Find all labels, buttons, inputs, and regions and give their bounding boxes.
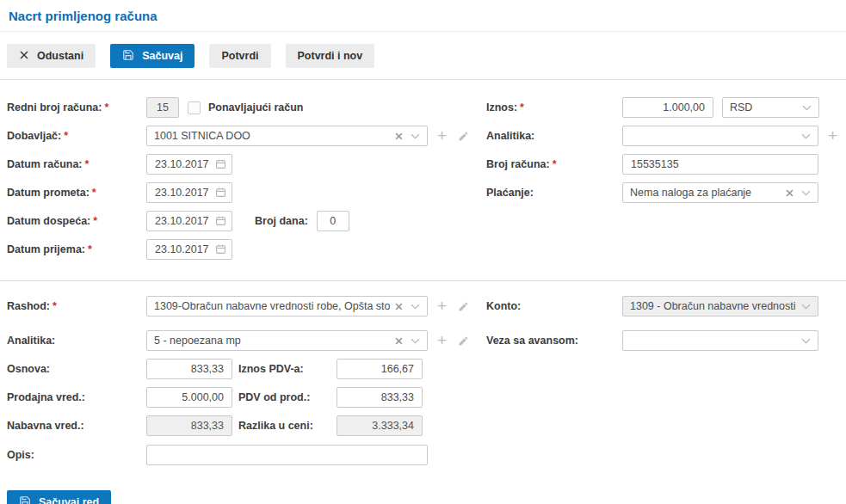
edit-dobavljac-icon[interactable]	[458, 131, 469, 142]
chevron-down-icon[interactable]	[801, 338, 811, 344]
required-mark: *	[92, 187, 96, 199]
toolbar: Odustani Sačuvaj Potvrdi Potvrdi i nov	[0, 32, 846, 80]
chevron-down-icon[interactable]	[802, 105, 812, 111]
calendar-icon[interactable]	[215, 187, 226, 198]
dobavljac-row: Dobavljač:* 1001 SITNICA DOO +	[7, 126, 486, 146]
dobavljac-label: Dobavljač:*	[7, 130, 146, 142]
broj-dana-input[interactable]	[317, 211, 349, 231]
chevron-down-icon[interactable]	[411, 338, 420, 344]
osnova-row: Osnova: Iznos PDV-a:	[7, 359, 486, 379]
opis-row: Opis:	[7, 445, 486, 465]
close-icon	[19, 50, 29, 63]
rashod-label: Rashod:*	[7, 300, 146, 312]
rashod-select[interactable]: 1309-Obračun nabavne vrednosti robe, Opš…	[146, 296, 428, 317]
datum-prijema-row: Datum prijema:*	[7, 239, 486, 260]
ponavljajuci-checkbox[interactable]	[188, 101, 201, 114]
opis-input[interactable]	[146, 445, 428, 465]
rashod-row: Rashod:* 1309-Obračun nabavne vrednosti …	[7, 296, 486, 317]
nabavna-row: Nabavna vred.: Razlika u ceni:	[7, 415, 486, 436]
save-row-button-label: Sačuvaj red	[39, 496, 99, 504]
calendar-icon[interactable]	[215, 243, 226, 255]
page-title: Nacrt primljenog računa	[9, 9, 157, 23]
placanje-select[interactable]: Nema naloga za plaćanje	[622, 182, 818, 203]
confirm-and-new-button-label: Potvrdi i nov	[298, 50, 363, 62]
add-analitika-icon[interactable]: +	[828, 127, 837, 144]
pdv-od-prod-input[interactable]	[337, 387, 423, 408]
save-button[interactable]: Sačuvaj	[110, 44, 195, 68]
nabavna-input[interactable]	[146, 415, 232, 436]
analitika-item-value: 5 - nepoezana mp	[154, 335, 390, 347]
add-rashod-icon[interactable]: +	[437, 298, 447, 315]
analitika-item-label: Analitika:	[7, 335, 146, 347]
required-mark: *	[553, 158, 557, 170]
redni-broj-row: Redni broj računa:* Ponavljajući račun	[7, 97, 486, 118]
broj-racuna-row: Broj računa:*	[486, 154, 839, 175]
datum-prometa-label: Datum prometa:*	[7, 187, 146, 199]
veza-sa-avansom-row: Veza sa avansom:	[486, 330, 839, 351]
calendar-icon[interactable]	[215, 215, 226, 226]
edit-rashod-icon[interactable]	[458, 301, 469, 312]
analitika-top-label: Analitika:	[486, 130, 622, 142]
datum-dospeca-row: Datum dospeća:* Broj dana:	[7, 211, 486, 231]
save-row-button[interactable]: Sačuvaj red	[7, 490, 111, 504]
clear-icon[interactable]	[395, 337, 403, 345]
datum-racuna-label: Datum računa:*	[7, 158, 146, 170]
confirm-and-new-button[interactable]: Potvrdi i nov	[286, 44, 375, 68]
datum-racuna-row: Datum računa:*	[7, 154, 486, 175]
confirm-button[interactable]: Potvrdi	[209, 44, 270, 68]
dobavljac-select[interactable]: 1001 SITNICA DOO	[146, 126, 428, 146]
analitika-item-row: Analitika: 5 - nepoezana mp +	[7, 330, 486, 351]
konto-label: Konto:	[486, 300, 622, 312]
save-icon	[19, 495, 31, 504]
section-divider	[0, 280, 846, 281]
add-analitika-item-icon[interactable]: +	[437, 332, 447, 349]
save-button-label: Sačuvaj	[142, 50, 182, 62]
analitika-item-select[interactable]: 5 - nepoezana mp	[146, 330, 428, 351]
calendar-icon[interactable]	[215, 158, 226, 169]
cancel-button[interactable]: Odustani	[7, 44, 96, 68]
osnova-label: Osnova:	[7, 363, 146, 375]
konto-value: 1309 - Obračun nabavne vrednosti robe	[630, 300, 796, 312]
veza-sa-avansom-select[interactable]	[622, 330, 818, 351]
clear-icon[interactable]	[395, 132, 403, 140]
pdv-od-prod-label: PDV od prod.:	[232, 391, 337, 403]
prodajna-input[interactable]	[146, 387, 232, 408]
dobavljac-value: 1001 SITNICA DOO	[154, 130, 390, 142]
redni-broj-input[interactable]	[146, 97, 179, 118]
iznos-pdv-input[interactable]	[337, 359, 423, 379]
iznos-input[interactable]	[622, 97, 713, 118]
chevron-down-icon[interactable]	[801, 133, 811, 139]
konto-row: Konto: 1309 - Obračun nabavne vrednosti …	[486, 296, 839, 317]
razlika-input[interactable]	[337, 415, 423, 436]
clear-icon[interactable]	[786, 189, 794, 197]
clear-icon[interactable]	[395, 303, 403, 310]
datum-prijema-label: Datum prijema:*	[7, 243, 146, 255]
broj-racuna-input[interactable]	[622, 154, 818, 175]
osnova-input[interactable]	[146, 359, 232, 379]
chevron-down-icon[interactable]	[411, 304, 420, 310]
razlika-label: Razlika u ceni:	[232, 420, 337, 432]
required-mark: *	[85, 158, 90, 170]
invoice-form: Redni broj računa:* Ponavljajući račun D…	[0, 80, 846, 504]
veza-sa-avansom-label: Veza sa avansom:	[486, 335, 622, 347]
rashod-value: 1309-Obračun nabavne vrednosti robe, Opš…	[154, 300, 390, 312]
valuta-select[interactable]: RSD	[722, 97, 819, 118]
opis-label: Opis:	[7, 449, 146, 461]
add-dobavljac-icon[interactable]: +	[437, 127, 447, 144]
required-mark: *	[520, 101, 524, 114]
save-icon	[122, 49, 134, 64]
analitika-top-select[interactable]	[622, 126, 818, 146]
chevron-down-icon[interactable]	[801, 190, 811, 196]
required-mark: *	[88, 243, 92, 255]
required-mark: *	[52, 300, 57, 312]
required-mark: *	[64, 130, 68, 142]
ponavljajuci-label: Ponavljajući račun	[208, 101, 303, 114]
chevron-down-icon[interactable]	[411, 133, 420, 139]
edit-analitika-item-icon[interactable]	[458, 335, 469, 347]
placanje-value: Nema naloga za plaćanje	[630, 187, 781, 199]
placanje-row: Plaćanje: Nema naloga za plaćanje	[486, 182, 839, 203]
cancel-button-label: Odustani	[37, 50, 83, 62]
prodajna-row: Prodajna vred.: PDV od prod.:	[7, 387, 486, 408]
broj-dana-label: Broj dana:	[255, 215, 308, 227]
konto-select[interactable]: 1309 - Obračun nabavne vrednosti robe	[622, 296, 818, 317]
